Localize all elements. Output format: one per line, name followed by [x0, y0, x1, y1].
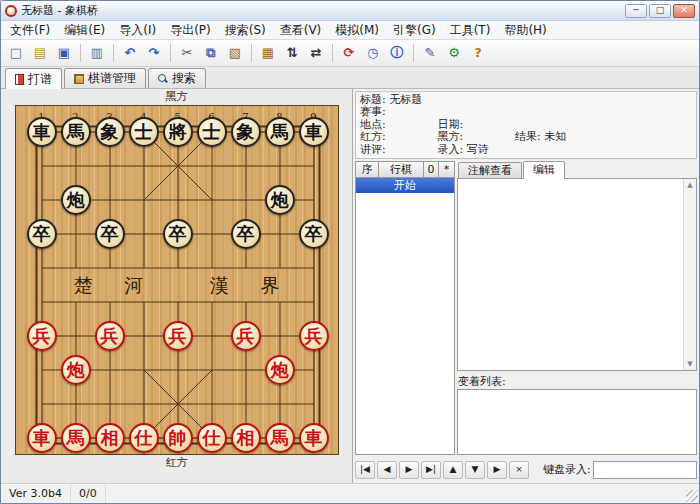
new-file-icon[interactable]: □: [5, 42, 27, 64]
help-icon[interactable]: ?: [467, 42, 489, 64]
timer-icon[interactable]: ◷: [362, 42, 384, 64]
piece-red-炮[interactable]: 炮: [265, 355, 295, 385]
toolbar: □▤▣▥↶↷✂⧉▧▦⇅⇄⟳◷ⓘ✎⚙?: [1, 40, 699, 67]
scroll-down-icon[interactable]: ▼: [687, 360, 692, 368]
result-value: 未知: [544, 130, 566, 143]
piece-black-炮[interactable]: 炮: [265, 185, 295, 215]
piece-red-兵[interactable]: 兵: [231, 321, 261, 351]
print-icon[interactable]: ▥: [86, 42, 108, 64]
piece-black-卒[interactable]: 卒: [27, 219, 57, 249]
moves-header-star[interactable]: *: [439, 161, 455, 178]
piece-red-車[interactable]: 車: [299, 423, 329, 453]
piece-red-馬[interactable]: 馬: [61, 423, 91, 453]
piece-red-兵[interactable]: 兵: [27, 321, 57, 351]
tab-search[interactable]: 搜索: [148, 68, 206, 88]
setup-board-icon[interactable]: ▦: [257, 42, 279, 64]
piece-black-炮[interactable]: 炮: [61, 185, 91, 215]
moves-list[interactable]: 开始: [355, 178, 455, 455]
piece-black-馬[interactable]: 馬: [265, 117, 295, 147]
piece-black-車[interactable]: 車: [27, 117, 57, 147]
tab-library[interactable]: 棋谱管理: [64, 68, 146, 88]
moves-header-0[interactable]: 0: [424, 161, 439, 178]
redo-icon[interactable]: ↷: [143, 42, 165, 64]
menu-item-6[interactable]: 查看(V): [273, 20, 329, 41]
step-forward-button[interactable]: ▶: [399, 461, 419, 479]
piece-red-相[interactable]: 相: [95, 423, 125, 453]
minimize-button[interactable]: ─: [625, 4, 647, 18]
menu-item-9[interactable]: 工具(T): [443, 20, 498, 41]
flip-vertical-icon[interactable]: ⇅: [281, 42, 303, 64]
menu-item-1[interactable]: 文件(F): [3, 20, 57, 41]
keyboard-input[interactable]: [593, 461, 697, 479]
move-row-start[interactable]: 开始: [356, 178, 454, 193]
menu-item-7[interactable]: 模拟(M): [328, 20, 386, 41]
cut-icon[interactable]: ✂: [176, 42, 198, 64]
close-button[interactable]: ✕: [673, 4, 695, 18]
piece-red-馬[interactable]: 馬: [265, 423, 295, 453]
piece-red-仕[interactable]: 仕: [197, 423, 227, 453]
annotation-icon[interactable]: ✎: [419, 42, 441, 64]
piece-red-相[interactable]: 相: [231, 423, 261, 453]
piece-black-卒[interactable]: 卒: [163, 219, 193, 249]
auto-play-button[interactable]: ▶: [487, 461, 507, 479]
save-file-icon[interactable]: ▣: [53, 42, 75, 64]
undo-icon[interactable]: ↶: [119, 42, 141, 64]
tab-manuscript[interactable]: 打谱: [5, 68, 62, 89]
variation-list-box[interactable]: [457, 389, 697, 455]
go-end-button[interactable]: ▶|: [421, 461, 441, 479]
step-back-button[interactable]: ◀: [377, 461, 397, 479]
toolbar-separator: [413, 44, 414, 62]
piece-black-卒[interactable]: 卒: [95, 219, 125, 249]
menu-item-3[interactable]: 导入(I): [112, 20, 163, 41]
open-file-icon[interactable]: ▤: [29, 42, 51, 64]
tab-annotation-view[interactable]: 注解查看: [458, 162, 522, 179]
piece-red-兵[interactable]: 兵: [95, 321, 125, 351]
piece-red-車[interactable]: 車: [27, 423, 57, 453]
piece-black-象[interactable]: 象: [231, 117, 261, 147]
piece-black-卒[interactable]: 卒: [299, 219, 329, 249]
game-info-icon[interactable]: ⓘ: [386, 42, 408, 64]
piece-red-帥[interactable]: 帥: [163, 423, 193, 453]
move-counter: 0/0: [71, 484, 106, 503]
window-controls: ─□✕: [623, 4, 695, 18]
tab-annotation-edit[interactable]: 编辑: [523, 161, 565, 179]
piece-black-將[interactable]: 將: [163, 117, 193, 147]
go-start-button[interactable]: |◀: [355, 461, 375, 479]
maximize-button[interactable]: □: [649, 4, 671, 18]
paste-icon[interactable]: ▧: [224, 42, 246, 64]
menu-item-4[interactable]: 导出(P): [163, 20, 218, 41]
piece-red-兵[interactable]: 兵: [299, 321, 329, 351]
menu-item-2[interactable]: 编辑(E): [57, 20, 112, 41]
annotation-scrollbar[interactable]: ▲ ▼: [683, 179, 696, 370]
engine-icon[interactable]: ⚙: [443, 42, 465, 64]
copy-icon[interactable]: ⧉: [200, 42, 222, 64]
piece-black-馬[interactable]: 馬: [61, 117, 91, 147]
title-bar[interactable]: 无标题 - 象棋桥 ─□✕: [1, 1, 699, 21]
chess-board[interactable]: 楚 河 漢 界 123456789九八七六五四三二一車馬象士將士象馬車炮炮卒卒卒…: [15, 105, 339, 455]
variation-down-button[interactable]: ▼: [465, 461, 485, 479]
menu-item-10[interactable]: 帮助(H): [497, 20, 553, 41]
menu-item-5[interactable]: 搜索(S): [218, 20, 273, 41]
right-panel: 标题: 无标题 赛事: 地点: 日期: 红方: 黑方: 结果: 未知 讲评:: [353, 89, 699, 483]
piece-red-兵[interactable]: 兵: [163, 321, 193, 351]
resize-grip-icon[interactable]: [686, 490, 698, 502]
flip-horizontal-icon[interactable]: ⇄: [305, 42, 327, 64]
piece-black-士[interactable]: 士: [129, 117, 159, 147]
moves-header-move[interactable]: 行棋: [379, 161, 424, 178]
piece-red-仕[interactable]: 仕: [129, 423, 159, 453]
piece-black-士[interactable]: 士: [197, 117, 227, 147]
annotation-edit-area[interactable]: ▲ ▼: [457, 178, 697, 371]
piece-black-象[interactable]: 象: [95, 117, 125, 147]
variation-up-button[interactable]: ▲: [443, 461, 463, 479]
version-label: Ver 3.0b4: [1, 484, 71, 503]
scroll-up-icon[interactable]: ▲: [687, 181, 692, 189]
piece-black-車[interactable]: 車: [299, 117, 329, 147]
rotate-board-icon[interactable]: ⟳: [338, 42, 360, 64]
moves-header-seq[interactable]: 序: [355, 161, 379, 178]
search-icon: [158, 74, 168, 84]
delete-move-button[interactable]: ×: [509, 461, 529, 479]
piece-black-卒[interactable]: 卒: [231, 219, 261, 249]
menu-item-8[interactable]: 引擎(G): [386, 20, 443, 41]
piece-red-炮[interactable]: 炮: [61, 355, 91, 385]
menu-bar: 文件(F)编辑(E)导入(I)导出(P)搜索(S)查看(V)模拟(M)引擎(G)…: [1, 21, 699, 40]
